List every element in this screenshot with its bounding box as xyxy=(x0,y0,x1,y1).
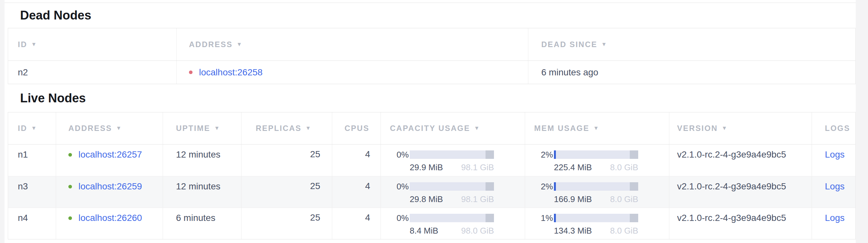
column-header-label: UPTIME xyxy=(176,124,210,133)
logs-link[interactable]: Logs xyxy=(825,181,845,192)
replicas-cell: 25 xyxy=(242,177,332,208)
sort-arrow-icon: ▼ xyxy=(31,41,37,48)
sort-arrow-icon: ▼ xyxy=(237,41,243,48)
column-header-address[interactable]: ADDRESS ▼ xyxy=(56,112,163,144)
logs-link[interactable]: Logs xyxy=(825,213,845,223)
sort-arrow-icon: ▼ xyxy=(601,41,608,48)
capacity-total-value: 98.1 GiB xyxy=(461,162,494,172)
node-address-cell: localhost:26259 xyxy=(56,177,163,208)
mem-usage-cell: 2% 166.9 MiB 8.0 GiB xyxy=(525,177,669,208)
column-header-replicas[interactable]: REPLICAS ▼ xyxy=(242,112,332,144)
mem-used-value: 225.4 MiB xyxy=(554,162,592,172)
mem-used-value: 134.3 MiB xyxy=(554,226,592,236)
replicas-cell: 25 xyxy=(242,144,332,176)
bar-reserved-segment xyxy=(486,151,494,159)
capacity-used-value: 29.9 MiB xyxy=(410,162,443,172)
column-header-logs: LOGS xyxy=(812,112,855,144)
column-header-label: ID xyxy=(18,124,27,133)
column-header-mem-usage[interactable]: MEM USAGE ▼ xyxy=(525,112,669,144)
capacity-usage-cell: 0% 29.9 MiB 98.1 GiB xyxy=(381,144,525,176)
bar-used-segment xyxy=(554,182,556,191)
sort-arrow-icon: ▼ xyxy=(31,125,37,132)
live-node-row: n3 localhost:26259 12 minutes xyxy=(8,176,855,208)
column-header-label: LOGS xyxy=(825,124,850,133)
column-header-capacity-usage[interactable]: CAPACITY USAGE ▼ xyxy=(381,112,525,144)
column-header-label: VERSION xyxy=(677,124,718,133)
bar-reserved-segment xyxy=(630,214,638,222)
live-node-row: n1 localhost:26257 12 minutes xyxy=(8,144,855,176)
node-address-cell: localhost:26257 xyxy=(56,144,163,176)
version-cell: v2.1.0-rc.2-4-g3e9a4e9bc5 xyxy=(669,177,812,208)
version-cell: v2.1.0-rc.2-4-g3e9a4e9bc5 xyxy=(669,208,812,239)
mem-total-value: 8.0 GiB xyxy=(610,226,638,236)
live-nodes-table: ID ▼ ADDRESS ▼ UPTIME ▼ REPLICAS ▼ xyxy=(8,112,856,239)
node-address-cell: localhost:26260 xyxy=(56,208,163,239)
uptime-value: 12 minutes xyxy=(176,150,220,160)
logs-link[interactable]: Logs xyxy=(825,150,845,160)
bar-used-segment xyxy=(554,214,556,222)
mem-percent-label: 1% xyxy=(534,213,553,223)
cpus-cell: 4 xyxy=(332,144,381,176)
dead-status-dot-icon xyxy=(189,71,192,74)
uptime-value: 12 minutes xyxy=(176,181,220,192)
capacity-usage-cell: 0% 8.4 MiB 98.0 GiB xyxy=(381,208,525,239)
mem-total-value: 8.0 GiB xyxy=(610,194,638,204)
dead-nodes-table: ID ▼ ADDRESS ▼ DEAD SINCE ▼ xyxy=(8,28,856,84)
live-nodes-body: n1 localhost:26257 12 minutes xyxy=(8,144,855,239)
live-nodes-header-row: ID ▼ ADDRESS ▼ UPTIME ▼ REPLICAS ▼ xyxy=(8,112,855,144)
live-nodes-section: Live Nodes ID ▼ ADDRESS ▼ UPTIME ▼ xyxy=(4,84,856,239)
sort-arrow-icon: ▼ xyxy=(593,125,600,132)
column-header-address[interactable]: ADDRESS ▼ xyxy=(177,28,528,60)
column-header-label: CAPACITY USAGE xyxy=(390,124,470,133)
column-header-dead-since[interactable]: DEAD SINCE ▼ xyxy=(528,28,855,60)
capacity-usage-bar xyxy=(410,182,494,191)
node-address-link[interactable]: localhost:26259 xyxy=(79,181,142,192)
capacity-percent-label: 0% xyxy=(390,150,409,160)
uptime-cell: 6 minutes xyxy=(163,208,242,239)
capacity-used-value: 8.4 MiB xyxy=(410,226,438,236)
mem-percent-label: 2% xyxy=(534,182,553,192)
cpus-cell: 4 xyxy=(332,177,381,208)
node-id-cell: n1 xyxy=(8,144,56,176)
bar-used-segment xyxy=(554,151,556,159)
dead-node-row: n2 localhost:26258 6 minutes ago xyxy=(8,61,855,84)
column-header-cpus: CPUS xyxy=(332,112,381,144)
column-header-id[interactable]: ID ▼ xyxy=(8,28,177,60)
live-status-dot-icon xyxy=(68,216,72,220)
version-value: v2.1.0-rc.2-4-g3e9a4e9bc5 xyxy=(677,150,786,160)
version-cell: v2.1.0-rc.2-4-g3e9a4e9bc5 xyxy=(669,144,812,176)
capacity-total-value: 98.1 GiB xyxy=(461,194,494,204)
dead-nodes-title: Dead Nodes xyxy=(4,3,856,28)
capacity-percent-label: 0% xyxy=(390,213,409,223)
logs-cell: Logs xyxy=(812,144,855,176)
column-header-label: ID xyxy=(18,40,27,49)
mem-usage-bar xyxy=(554,151,638,159)
column-header-label: REPLICAS xyxy=(256,124,302,133)
live-status-dot-icon xyxy=(68,185,72,188)
node-id-cell: n2 xyxy=(8,61,177,84)
cpus-cell: 4 xyxy=(332,208,381,239)
uptime-cell: 12 minutes xyxy=(163,177,242,208)
live-status-dot-icon xyxy=(68,153,72,157)
column-header-label: CPUS xyxy=(345,124,370,133)
bar-reserved-segment xyxy=(486,182,494,191)
uptime-cell: 12 minutes xyxy=(163,144,242,176)
bar-reserved-segment xyxy=(630,151,638,159)
node-address-link[interactable]: localhost:26260 xyxy=(79,213,142,223)
dead-nodes-header-row: ID ▼ ADDRESS ▼ DEAD SINCE ▼ xyxy=(8,28,855,61)
column-header-version[interactable]: VERSION ▼ xyxy=(669,112,812,144)
node-id-value: n3 xyxy=(18,181,28,192)
node-id-value: n1 xyxy=(18,150,28,160)
node-address-link[interactable]: localhost:26257 xyxy=(79,150,142,160)
column-header-uptime[interactable]: UPTIME ▼ xyxy=(163,112,242,144)
mem-usage-cell: 2% 225.4 MiB 8.0 GiB xyxy=(525,144,669,176)
live-node-row: n4 localhost:26260 6 minutes xyxy=(8,208,855,239)
sort-arrow-icon: ▼ xyxy=(305,125,311,132)
node-address-cell: localhost:26258 xyxy=(177,61,528,84)
column-header-label: ADDRESS xyxy=(189,40,233,49)
dead-nodes-body: n2 localhost:26258 6 minutes ago xyxy=(8,61,855,84)
column-header-id[interactable]: ID ▼ xyxy=(8,112,56,144)
node-address-link[interactable]: localhost:26258 xyxy=(199,67,262,78)
node-id-cell: n4 xyxy=(8,208,56,239)
mem-percent-label: 2% xyxy=(534,150,553,160)
